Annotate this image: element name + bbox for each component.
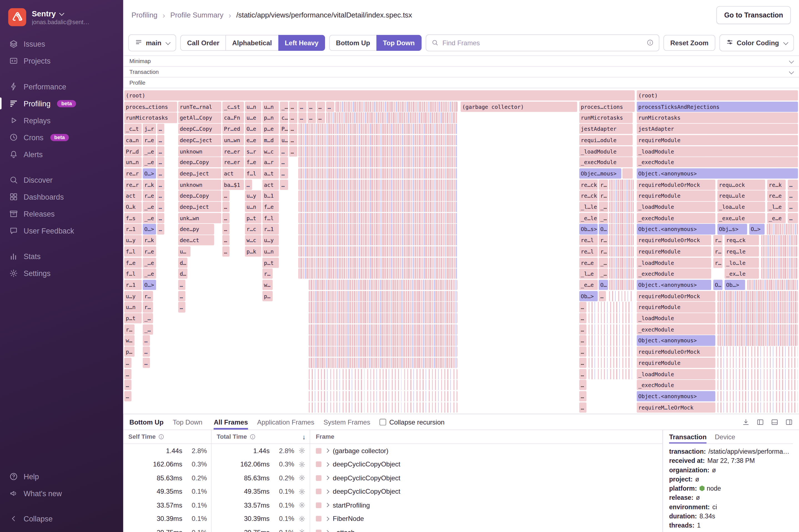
flame-frame-cluster[interactable] [309, 346, 458, 357]
sidebar-item-performance[interactable]: Performance [0, 78, 123, 95]
flame-frame[interactable]: … [289, 113, 298, 123]
flame-frame-cluster[interactable] [309, 313, 458, 324]
flame-frame[interactable]: requireModuleOrMock [637, 346, 716, 357]
flame-frame[interactable]: (garbage collector) [461, 101, 577, 112]
flame-frame[interactable]: Object.<anonymous> [637, 280, 711, 290]
flame-frame-cluster[interactable] [326, 113, 458, 123]
flame-frame-cluster[interactable] [298, 179, 458, 190]
sidebar-item-stats[interactable]: Stats [0, 248, 123, 265]
flame-frame[interactable]: _… [143, 313, 153, 324]
flame-frame[interactable]: r… [143, 291, 153, 301]
flame-frame[interactable]: p…n [262, 113, 279, 123]
flame-frame[interactable]: r… [713, 246, 722, 257]
chevron-down-icon[interactable] [789, 58, 794, 63]
flame-frame[interactable]: dee…ct [178, 235, 214, 246]
flame-frame-cluster[interactable] [609, 258, 634, 268]
flame-frame[interactable]: _ex…le [725, 268, 759, 279]
flame-frame-cluster[interactable] [609, 268, 634, 279]
flame-frame-cluster[interactable] [309, 369, 458, 379]
flame-frame[interactable]: … [280, 179, 288, 190]
flame-frame[interactable]: … [308, 113, 316, 123]
flame-frame[interactable]: _execModule [637, 380, 716, 391]
flame-frame[interactable]: p…e [262, 124, 279, 134]
flame-frame[interactable]: dee…py [178, 224, 214, 235]
flame-frame[interactable]: req…le [725, 246, 759, 257]
details-tab-transaction[interactable]: Transaction [669, 430, 706, 443]
table-row[interactable]: 85.63ms0.2%85.63ms0.2%deepCyclicCopyObje… [123, 471, 663, 485]
flame-frame-cluster[interactable] [298, 202, 458, 212]
panel-left-icon[interactable] [757, 418, 764, 426]
flame-frame[interactable]: … [157, 179, 165, 190]
flame-frame[interactable]: u…y [245, 190, 261, 201]
flame-frame[interactable]: O…> [143, 168, 156, 179]
tab-top-down[interactable]: Top Down [173, 414, 203, 430]
breadcrumb-profiling[interactable]: Profiling [131, 11, 157, 19]
flame-frame[interactable]: re…er [222, 146, 244, 157]
flame-frame-cluster[interactable] [589, 313, 634, 324]
reset-zoom-button[interactable]: Reset Zoom [664, 35, 716, 51]
flame-frame[interactable]: … [289, 124, 298, 134]
flame-frame[interactable]: requireModule [637, 358, 716, 368]
flame-frame[interactable]: r…1 [262, 224, 279, 235]
flame-frame[interactable]: … [143, 336, 150, 346]
flame-frame[interactable]: O… [599, 280, 608, 290]
flame-frame[interactable]: … [222, 190, 229, 201]
flame-frame[interactable]: Ob…> [579, 291, 598, 301]
frame-settings-gear-icon[interactable] [298, 515, 305, 522]
profile-layer-header[interactable]: Profile [123, 77, 799, 88]
frame-settings-gear-icon[interactable] [298, 529, 305, 532]
flame-frame[interactable]: _c…t [124, 124, 142, 134]
flame-frame[interactable]: _loa…ule [717, 202, 765, 212]
sidebar-item-replays[interactable]: Replays [0, 112, 123, 129]
flame-frame[interactable]: c… [280, 113, 288, 123]
flame-frame[interactable]: f…l [124, 268, 142, 279]
flame-frame[interactable]: _loadModule [637, 202, 716, 212]
flame-frame[interactable]: … [280, 146, 288, 157]
flame-frame[interactable]: … [222, 246, 229, 257]
flame-frame[interactable]: runTe…rnal [178, 101, 221, 112]
flame-frame[interactable]: _…e [143, 157, 156, 168]
flame-frame[interactable]: act [124, 190, 142, 201]
flame-frame[interactable]: … [579, 369, 587, 379]
frame-settings-gear-icon[interactable] [298, 501, 305, 509]
thread-selector[interactable]: main [128, 34, 176, 51]
flame-frame-cluster[interactable] [717, 402, 798, 413]
flame-frame[interactable]: O…> [749, 224, 765, 235]
flame-frame[interactable]: … [245, 179, 252, 190]
flame-frame[interactable]: _loadModule [637, 146, 798, 157]
sort-alphabetical-button[interactable]: Alphabetical [226, 35, 279, 51]
flame-frame[interactable]: _…e [143, 146, 156, 157]
flame-frame[interactable]: j…r [143, 124, 156, 134]
flame-frame[interactable]: Ob…s> [579, 224, 598, 235]
flame-frame-cluster[interactable] [298, 135, 458, 146]
expand-chevron-icon[interactable] [325, 449, 330, 453]
flame-frame[interactable]: _… [143, 324, 153, 335]
flame-frame[interactable]: d… [178, 258, 187, 268]
flame-frame[interactable]: proces…ctions [579, 101, 635, 112]
flame-frame-cluster[interactable] [761, 268, 798, 279]
flame-frame[interactable]: b…1 [262, 190, 279, 201]
flame-frame[interactable]: … [222, 224, 229, 235]
frame-settings-gear-icon[interactable] [298, 488, 305, 495]
self-time-header[interactable]: Self Time [123, 430, 212, 443]
download-icon[interactable] [742, 418, 750, 426]
flame-frame[interactable]: u…n [245, 101, 261, 112]
frame-cell[interactable]: deepCyclicCopyObject [310, 474, 662, 482]
chevron-down-icon[interactable] [789, 69, 794, 74]
table-row[interactable]: 30.39ms0.1%30.39ms0.1%FiberNode [123, 512, 663, 526]
sidebar-footer-help[interactable]: Help [0, 468, 123, 485]
flame-frame[interactable]: un…n [124, 157, 142, 168]
flame-frame[interactable]: u…y [124, 235, 142, 246]
flame-frame-cluster[interactable] [609, 179, 634, 190]
flame-frame[interactable]: … [157, 157, 165, 168]
flame-frame[interactable]: requireModule [637, 302, 716, 312]
flame-frame-cluster[interactable] [609, 202, 634, 212]
flame-frame[interactable]: ca…Fn [222, 113, 244, 123]
flame-frame[interactable]: … [579, 336, 587, 346]
flame-frame[interactable]: f…s [124, 213, 142, 224]
flame-frame[interactable]: … [157, 202, 165, 212]
sidebar-footer-collapse[interactable]: Collapse [0, 510, 123, 527]
flame-frame[interactable]: Obj…s> [717, 224, 747, 235]
flame-frame[interactable]: … [787, 179, 798, 190]
tab-application-frames[interactable]: Application Frames [257, 414, 315, 430]
